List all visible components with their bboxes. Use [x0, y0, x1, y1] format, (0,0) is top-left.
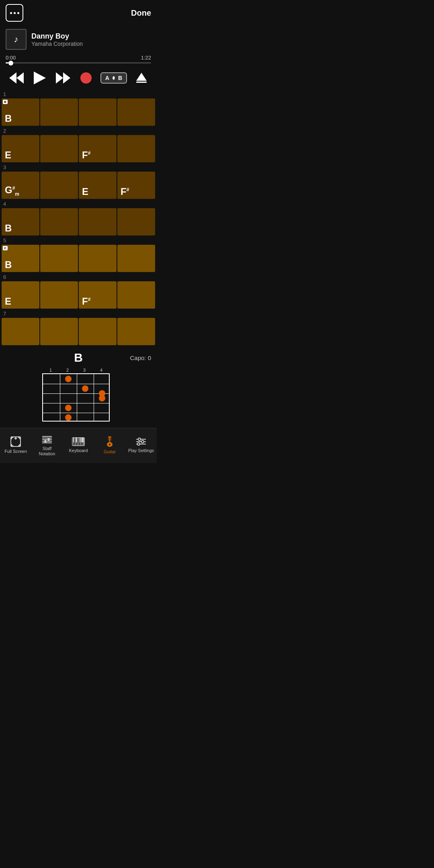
nav-item-keyboard[interactable]: Keyboard: [63, 432, 94, 458]
nav-item-staff[interactable]: StaffNotation: [31, 432, 63, 458]
chord-row-7: [0, 318, 157, 346]
capo-badge: C: [3, 246, 8, 250]
chord-cell-r6c2[interactable]: [40, 281, 78, 309]
chord-cell-r5c2[interactable]: [40, 245, 78, 272]
chord-cell-r4c2[interactable]: [40, 208, 78, 235]
menu-button[interactable]: [6, 4, 23, 22]
svg-rect-7: [136, 82, 147, 83]
chord-label: F#: [121, 187, 129, 197]
chord-cell-r1c4[interactable]: [117, 98, 155, 126]
chord-cell-r5c1[interactable]: CB: [2, 245, 39, 272]
svg-point-15: [44, 440, 47, 442]
nav-label-playsettings: Play Settings: [128, 448, 154, 453]
dot3: [17, 12, 19, 14]
nav-label-staff: StaffNotation: [39, 446, 55, 457]
progress-thumb: [8, 61, 13, 66]
transport-controls: A B: [0, 67, 157, 90]
chord-cell-r6c4[interactable]: [117, 281, 155, 309]
chord-row-group-2: 2EF#: [0, 127, 157, 163]
chord-cell-r1c2[interactable]: [40, 98, 78, 126]
chord-cell-r6c3[interactable]: F#: [79, 281, 117, 309]
play-button[interactable]: [32, 70, 47, 86]
dot-fret4-str5: [99, 395, 105, 401]
svg-point-41: [137, 443, 140, 445]
chord-label: B: [5, 223, 12, 233]
chord-cell-r1c3[interactable]: [79, 98, 117, 126]
chord-diagram-name: B: [54, 351, 103, 364]
fret-num-2: 2: [59, 368, 76, 373]
chord-cell-r3c1[interactable]: G#m: [2, 172, 39, 199]
rewind-button[interactable]: [8, 71, 25, 85]
album-art: ♪: [6, 29, 27, 50]
svg-marker-3: [56, 72, 63, 84]
chord-cell-r7c3[interactable]: [79, 318, 117, 345]
svg-marker-1: [9, 72, 16, 84]
chord-cell-r5c3[interactable]: [79, 245, 117, 272]
chord-cell-r7c1[interactable]: [2, 318, 39, 345]
track-artist: Yamaha Corporation: [31, 41, 83, 47]
chord-row-group-3: 3G#mEF#: [0, 163, 157, 200]
bottom-nav: Full Screen StaffNotation: [0, 428, 157, 463]
chord-cell-r4c4[interactable]: [117, 208, 155, 235]
ab-button[interactable]: A B: [100, 72, 127, 84]
svg-point-39: [138, 438, 141, 440]
nav-label-keyboard: Keyboard: [69, 448, 88, 453]
chord-sub: m: [15, 191, 19, 197]
chord-cell-r2c1[interactable]: E: [2, 135, 39, 162]
chord-cell-r1c1[interactable]: BB: [2, 98, 39, 126]
progress-bar-section: 0:00 1:22: [0, 53, 157, 67]
chord-cell-r6c1[interactable]: E: [2, 281, 39, 309]
chord-row-group-5: 5CB: [0, 236, 157, 273]
ab-b-label: B: [118, 75, 122, 81]
chord-sup: #: [88, 297, 91, 302]
staff-notation-icon: [41, 433, 53, 444]
row-number-3: 3: [0, 163, 157, 172]
dot-fret2-str7: [65, 414, 72, 421]
svg-point-5: [80, 72, 92, 84]
nav-item-fullscreen[interactable]: Full Screen: [0, 432, 31, 458]
chord-row-group-1: 1BB: [0, 90, 157, 127]
svg-rect-28: [81, 438, 82, 442]
done-button[interactable]: Done: [131, 8, 151, 18]
svg-point-16: [47, 438, 50, 441]
priority-button[interactable]: [134, 70, 149, 86]
chord-cell-r2c4[interactable]: [117, 135, 155, 162]
fret-num-1: 1: [42, 368, 59, 373]
play-settings-icon: [135, 437, 147, 446]
progress-track[interactable]: [6, 62, 151, 63]
progress-times: 0:00 1:22: [6, 55, 151, 61]
chord-row-6: EF#: [0, 281, 157, 309]
chord-cell-r5c4[interactable]: [117, 245, 155, 272]
chord-cell-r3c3[interactable]: E: [79, 172, 117, 199]
chord-cell-r2c2[interactable]: [40, 135, 78, 162]
chord-cell-r2c3[interactable]: F#: [79, 135, 117, 162]
nav-item-guitar[interactable]: Guitar: [94, 432, 125, 458]
row-number-4: 4: [0, 200, 157, 208]
chord-sup: #: [127, 187, 129, 192]
chord-cell-r4c3[interactable]: [79, 208, 117, 235]
chord-label: E: [82, 187, 88, 197]
track-title: Danny Boy: [31, 32, 83, 41]
string-line-4: [43, 413, 109, 413]
chord-cell-r3c4[interactable]: F#: [117, 172, 155, 199]
dot-fret2-str6: [65, 405, 72, 411]
chord-cell-r4c1[interactable]: B: [2, 208, 39, 235]
nav-item-playsettings[interactable]: Play Settings: [125, 432, 157, 458]
fast-forward-button[interactable]: [54, 71, 72, 85]
chord-label: F#: [82, 150, 90, 160]
record-button[interactable]: [79, 71, 93, 85]
chord-label: E: [5, 150, 11, 160]
chord-cell-r7c2[interactable]: [40, 318, 78, 345]
chord-label: B: [5, 260, 12, 270]
chord-cell-r7c4[interactable]: [117, 318, 155, 345]
now-playing: ♪ Danny Boy Yamaha Corporation: [0, 26, 157, 53]
capo-label: Capo: 0: [130, 354, 151, 361]
row-number-2: 2: [0, 127, 157, 135]
chord-grid: 1BB2EF#3G#mEF#4B5CB6EF#7: [0, 90, 157, 346]
chord-cell-r3c2[interactable]: [40, 172, 78, 199]
chord-row-1: BB: [0, 98, 157, 127]
svg-marker-6: [136, 73, 147, 81]
ab-label: A: [105, 75, 109, 81]
chord-label: G#m: [5, 185, 19, 197]
svg-rect-25: [73, 438, 74, 442]
